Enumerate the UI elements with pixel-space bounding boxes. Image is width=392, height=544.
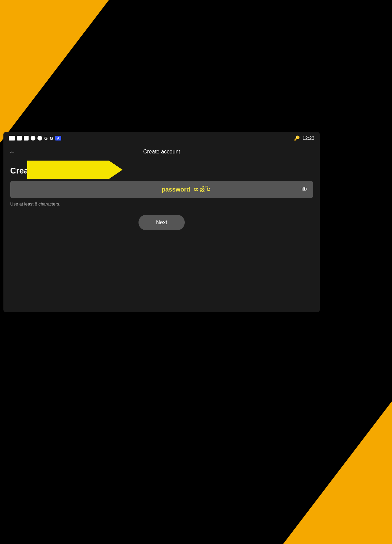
status-bar-left: G G A [9, 136, 61, 141]
password-toggle-button[interactable]: 👁 [300, 185, 309, 195]
account-icon [37, 136, 42, 141]
content-area: Create a password password ထည့်ပါ 👁 Use … [3, 159, 320, 230]
password-input[interactable] [14, 181, 300, 198]
nav-bar: ← Create account [3, 144, 320, 159]
g-icon-1: G [44, 136, 48, 141]
next-button[interactable]: Next [138, 215, 185, 230]
password-input-container: password ထည့်ပါ 👁 [10, 181, 313, 198]
a-icon: A [55, 136, 61, 141]
page-heading: Create a password [10, 166, 313, 176]
back-button[interactable]: ← [9, 148, 16, 156]
mic-icon [31, 136, 35, 141]
keyboard-icon [24, 136, 29, 141]
hint-text: Use at least 8 characters. [10, 201, 313, 207]
app-screen: G G A 🔑 12:23 ← Create account Create a … [3, 132, 320, 312]
key-icon: 🔑 [294, 135, 300, 141]
status-bar-right: 🔑 12:23 [294, 135, 314, 141]
nav-title: Create account [143, 149, 180, 155]
time-display: 12:23 [303, 135, 314, 141]
g-icon-2: G [50, 136, 53, 141]
status-bar: G G A 🔑 12:23 [3, 132, 320, 144]
decoration-triangle-top-left [0, 0, 109, 143]
image-icon [17, 136, 22, 141]
decoration-triangle-bottom-right [283, 401, 392, 544]
screen-icon [9, 136, 15, 141]
